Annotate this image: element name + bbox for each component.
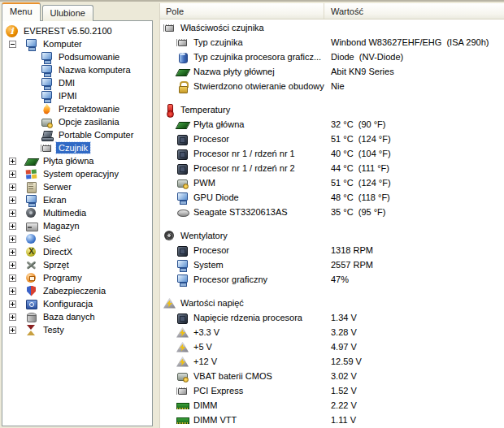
tree-item-label: Płyta główna (41, 155, 96, 166)
tree-item-podsumowanie[interactable]: Podsumowanie (2, 50, 152, 63)
tree-item-portable-computer[interactable]: Portable Computer (2, 128, 152, 141)
field-value: 1.11 V (331, 415, 356, 425)
tree-item-system-operacyjny[interactable]: System operacyjny (2, 167, 152, 180)
fan-icon (163, 230, 176, 242)
expand-toggle-icon[interactable] (9, 287, 16, 295)
computer-icon (41, 64, 53, 76)
tree-item-konfiguracja[interactable]: Konfiguracja (2, 297, 152, 310)
tree-item-sie[interactable]: Sieć (2, 232, 152, 245)
field-row-dimm-vtt[interactable]: DIMM VTT1.11 V (160, 413, 504, 427)
tree-item-programy[interactable]: Programy (2, 271, 152, 284)
tree-item-label: DirectX (41, 246, 75, 257)
tree-item-directx[interactable]: DirectX (2, 245, 152, 258)
tree-item-label: Portable Computer (56, 129, 136, 141)
tree-item-baza-danych[interactable]: Baza danych (2, 310, 152, 323)
field-row-5-v[interactable]: +5 V4.97 V (160, 339, 504, 354)
field-row-nazwa-p-yty-g-wnej[interactable]: Nazwa płyty głównejAbit KN9 Series (160, 64, 504, 79)
tree-item-label: Testy (41, 324, 67, 335)
section-header-wentylatory[interactable]: Wentylatory (160, 228, 504, 243)
field-row-pci-express[interactable]: PCI Express1.52 V (160, 383, 504, 398)
tree-item-komputer[interactable]: Komputer (2, 37, 152, 50)
tree-item-everest-v5-50-2100[interactable]: EVEREST v5.50.2100 (2, 24, 152, 37)
tree-item-dmi[interactable]: DMI (2, 76, 152, 89)
tree-item-magazyn[interactable]: Magazyn (2, 219, 152, 232)
chip-icon (41, 142, 53, 154)
tree-item-opcje-zasilania[interactable]: Opcje zasilania (2, 115, 152, 128)
expand-toggle-icon[interactable] (9, 300, 16, 308)
collapse-toggle-icon[interactable] (9, 41, 16, 48)
expand-toggle-icon[interactable] (9, 249, 16, 256)
column-header-pole[interactable]: Pole (160, 3, 324, 19)
tab-menu[interactable]: Menu (2, 2, 41, 21)
field-label: GPU Diode (193, 192, 239, 202)
expand-toggle-icon[interactable] (9, 197, 16, 204)
expand-toggle-icon[interactable] (9, 184, 16, 191)
computer-icon (41, 90, 53, 102)
field-value: 1.52 V (331, 386, 357, 396)
tree-item-label: Programy (41, 272, 85, 283)
field-row-napi-cie-rdzenia-procesora[interactable]: Napięcie rdzenia procesora1.34 V (160, 310, 504, 325)
tree-item-nazwa-komputera[interactable]: Nazwa komputera (2, 63, 152, 76)
expand-toggle-icon[interactable] (9, 158, 16, 165)
expand-toggle-icon[interactable] (9, 223, 16, 230)
tree-item-przetaktowanie[interactable]: Przetaktowanie (2, 102, 152, 115)
expand-toggle-icon[interactable] (9, 210, 16, 217)
field-row-procesor-nr-1-rdze-nr-1[interactable]: Procesor nr 1 / rdzeń nr 140 °C (104 °F) (160, 146, 504, 161)
section-header-w-a-ciwo-ci-czujnika[interactable]: Właściwości czujnika (160, 20, 504, 35)
field-row-stwierdzono-otwieranie-obudowy[interactable]: Stwierdzono otwieranie obudowyNie (160, 79, 504, 93)
expand-toggle-icon[interactable] (9, 171, 16, 178)
tree-item-label: System operacyjny (41, 168, 121, 179)
expand-toggle-icon[interactable] (9, 236, 16, 243)
tree-item-label: Czujnik (56, 142, 90, 153)
tree-item-p-yta-g-wna[interactable]: Płyta główna (2, 154, 152, 167)
field-value: 44 °C (111 °F) (331, 163, 389, 173)
field-row-p-yta-g-wna[interactable]: Płyta główna32 °C (90 °F) (160, 117, 504, 132)
field-row-procesor[interactable]: Procesor1318 RPM (160, 243, 504, 257)
tree-item-serwer[interactable]: Serwer (2, 180, 152, 193)
tree-item-label: Przetaktowanie (56, 103, 122, 115)
tree-item-czujnik[interactable]: Czujnik (2, 141, 152, 154)
field-row-gpu-diode[interactable]: GPU Diode48 °C (118 °F) (160, 190, 504, 205)
tree-item-zabezpieczenia[interactable]: Zabezpieczenia (2, 284, 152, 297)
field-row-pwm[interactable]: PWM51 °C (124 °F) (160, 175, 504, 190)
field-row-12-v[interactable]: +12 V12.59 V (160, 354, 504, 369)
expand-toggle-icon[interactable] (9, 275, 16, 282)
section-header-temperatury[interactable]: Temperatury (160, 102, 504, 117)
field-row-typ-czujnika-procesora-graficz[interactable]: Typ czujnika procesora graficz...Diode (… (160, 50, 504, 64)
field-label: Typ czujnika (193, 37, 243, 47)
field-row-dimm[interactable]: DIMM2.22 V (160, 398, 504, 413)
directx-icon (25, 246, 37, 258)
tab-ulubione[interactable]: Ulubione (42, 5, 93, 21)
field-row-3-3-v[interactable]: +3.3 V3.28 V (160, 325, 504, 339)
field-row-procesor[interactable]: Procesor51 °C (124 °F) (160, 132, 504, 146)
field-value: 51 °C (124 °F) (331, 134, 391, 144)
power-icon (41, 116, 53, 128)
gpu-icon (176, 51, 189, 63)
tree-item-sprz-t[interactable]: Sprzęt (2, 258, 152, 271)
config-icon (25, 298, 37, 310)
tree-item-testy[interactable]: Testy (2, 323, 152, 336)
screen-icon (176, 274, 189, 286)
field-row-procesor-nr-1-rdze-nr-2[interactable]: Procesor nr 1 / rdzeń nr 244 °C (111 °F) (160, 161, 504, 175)
chip-icon (176, 385, 189, 397)
tree-item-multimedia[interactable]: Multimedia (2, 206, 152, 219)
cpu-icon (176, 133, 189, 145)
field-row-system[interactable]: System2557 RPM (160, 257, 504, 272)
expand-toggle-icon[interactable] (9, 326, 16, 334)
field-row-vbat-baterii-cmos[interactable]: VBAT baterii CMOS3.02 V (160, 369, 504, 383)
tree-item-ekran[interactable]: Ekran (2, 193, 152, 206)
field-row-typ-czujnika[interactable]: Typ czujnikaWinbond W83627EHF/EHG (ISA 2… (160, 35, 504, 50)
field-label: VBAT baterii CMOS (193, 371, 272, 381)
field-label: Procesor nr 1 / rdzeń nr 2 (193, 163, 295, 173)
field-row-seagate-st3320613as[interactable]: Seagate ST3320613AS35 °C (95 °F) (160, 205, 504, 219)
tree-item-label: Podsumowanie (56, 51, 122, 63)
column-header-wartosc[interactable]: Wartość (324, 6, 363, 16)
tree-item-label: Sieć (41, 233, 63, 244)
field-value: 1318 RPM (331, 245, 373, 255)
expand-toggle-icon[interactable] (9, 313, 16, 321)
tree-item-ipmi[interactable]: IPMI (2, 89, 152, 102)
expand-toggle-icon[interactable] (9, 262, 16, 269)
field-row-procesor-graficzny[interactable]: Procesor graficzny47% (160, 272, 504, 287)
field-label: Procesor graficzny (193, 275, 267, 284)
section-header-warto-ci-napi[interactable]: Wartości napięć (160, 296, 504, 310)
